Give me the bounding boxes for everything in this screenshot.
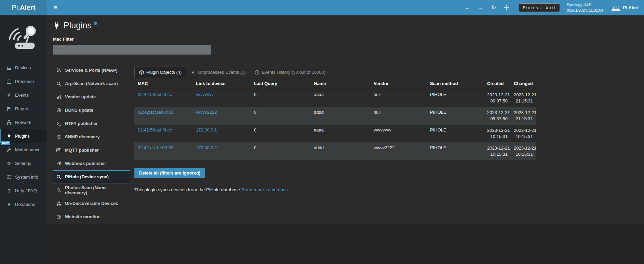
plugin-nav-label: SNMP discovery <box>65 134 100 139</box>
plugin-nav-arp-scan[interactable]: Arp-Scan (Network scan) <box>53 77 130 90</box>
table-header-row: MAC Link to device Last Query Name Vendo… <box>134 78 536 89</box>
forward-icon[interactable]: → <box>475 0 486 15</box>
column-header-vendor: Vendor <box>370 78 427 89</box>
sidebar-item-help-faq[interactable]: ? Help / FAQ <box>0 184 47 197</box>
sidebar-item-system-info[interactable]: System info <box>0 170 47 184</box>
header-right-cluster: ← → ↻ Process: Wait Synology-NAS (01/01/… <box>462 0 644 15</box>
plugin-description: This plugin syncs devices from the PiHol… <box>134 187 536 197</box>
device-link[interactable]: 172.30.0.2 <box>196 145 217 150</box>
docs-link[interactable]: Read more in the docs. <box>241 187 289 192</box>
back-icon[interactable]: ← <box>462 0 473 15</box>
search-icon <box>56 188 62 193</box>
mac-link[interactable]: 02:42:59:ad:fd:cc <box>138 127 172 133</box>
snmp-icon: S <box>56 134 62 139</box>
bar-chart-icon <box>56 95 62 99</box>
sidebar-item-events[interactable]: Events <box>0 88 47 102</box>
search-icon <box>56 175 62 179</box>
plugin-nav-snmp-discovery[interactable]: S SNMP discovery <box>53 130 130 143</box>
plugin-nav-label: MQTT publisher <box>65 148 99 153</box>
plugin-nav-label: NTFY publisher <box>65 121 98 126</box>
scan-method-cell: PIHOLE <box>427 89 484 107</box>
plugin-nav-ddns-update[interactable]: DDNS update <box>53 103 130 117</box>
tab-unprocessed-events[interactable]: Unprocessed Events (0) <box>186 67 250 78</box>
page-title: Plugins <box>64 20 92 30</box>
mac-filter-label: Mac Filter <box>53 37 638 42</box>
plugin-nav-undiscoverable-devices[interactable]: Un-Discoverable Devices <box>53 197 130 210</box>
binoculars-icon <box>56 201 62 206</box>
changed-cell: 2023-12-2121:15:31 <box>510 89 536 107</box>
plugin-nav-pihole[interactable]: PiHole (Device sync) <box>53 170 130 183</box>
column-header-link: Link to device <box>192 78 251 89</box>
tab-label: Events History (50 out of 10000) <box>262 70 325 75</box>
column-header-name: Name <box>310 78 370 89</box>
plug-icon <box>6 134 12 139</box>
tab-bar: Plugin Objects (4) Unprocessed Events (0… <box>134 67 536 78</box>
last-query-cell: 0 <box>251 142 310 160</box>
plugin-nav-nmap[interactable]: Services & Ports (NMAP) <box>53 64 130 77</box>
sidebar-item-maintenance[interactable]: NEW Maintenance <box>0 143 47 156</box>
plugin-nav-mqtt-publisher[interactable]: M MQTT publisher <box>53 143 130 157</box>
sidebar-item-devices[interactable]: Devices <box>0 61 47 74</box>
device-link[interactable]: vvvvvvvv <box>196 92 214 97</box>
sidebar-item-label: Report <box>15 106 28 111</box>
table-row: 02:42:59:ad:fd:cc 172.30.0.1 0 aaaa vvvv… <box>134 125 536 142</box>
sidebar-item-label: Events <box>15 93 29 98</box>
name-cell: aaaa <box>310 125 370 142</box>
move-arrows-icon[interactable] <box>501 0 512 15</box>
mac-link[interactable]: 02:42:59:ad:fd:cc <box>138 92 172 97</box>
plugin-nav-webhook-publisher[interactable]: Webhook publisher <box>53 157 130 170</box>
delete-all-button[interactable]: Delete all (filters are ignored) <box>134 168 205 178</box>
plugin-nav-label: Website monitor <box>65 214 100 219</box>
vendor-cell: vvvvv2222 <box>370 142 427 160</box>
host-name: Synology-NAS <box>567 2 605 8</box>
column-header-mac: MAC <box>134 78 192 89</box>
router-icon <box>611 4 620 12</box>
table-row: 02:42:ac:1e:00:02 172.30.0.2 0 dddd vvvv… <box>134 142 536 160</box>
name-cell: aaaa <box>310 89 370 107</box>
column-header-last-query: Last Query <box>251 78 310 89</box>
help-badge[interactable] <box>94 22 97 25</box>
last-query-cell: 0 <box>251 107 310 125</box>
sidebar-item-network[interactable]: Network <box>0 115 47 129</box>
mac-filter-input[interactable] <box>53 45 211 55</box>
hamburger-menu-icon[interactable]: ≡ <box>47 0 64 15</box>
heart-icon: ♥ <box>6 202 12 207</box>
header-nav: ← → ↻ <box>462 0 512 15</box>
created-cell: 2023-12-2109:37:50 <box>484 89 510 107</box>
plugin-nav-pholus-scan[interactable]: Pholus-Scan (Name discovery) <box>53 183 130 197</box>
table-row: 02:42:59:ad:fd:cc vvvvvvvv 0 aaaa null P… <box>134 89 536 107</box>
plugin-nav-website-monitor[interactable]: Website monitor <box>53 210 130 223</box>
host-info: Synology-NAS (01/01/2024, 11:31:04) <box>567 2 605 13</box>
mqtt-icon: M <box>56 148 62 152</box>
scan-method-cell: PIHOLE <box>427 107 484 125</box>
page-header: Plugins <box>53 20 638 30</box>
device-link[interactable]: vvvvv2222 <box>196 110 217 115</box>
clock-icon <box>255 70 259 75</box>
sidebar-item-donations[interactable]: ♥ Donations <box>0 197 47 211</box>
brand-logo[interactable]: Pi.Alert <box>0 0 47 15</box>
wrench-icon <box>6 147 12 152</box>
plugin-nav-ntfy-publisher[interactable]: NTFY publisher <box>53 117 130 130</box>
sidebar-item-report[interactable]: Report <box>0 102 47 115</box>
mac-link[interactable]: 02:42:ac:1e:00:02 <box>138 110 173 115</box>
top-header: Pi.Alert ≡ ← → ↻ Process: Wait Synology-… <box>0 0 644 15</box>
plugin-nav-vendor-update[interactable]: Vendor update <box>53 90 130 103</box>
vendor-cell: null <box>370 107 427 125</box>
device-link[interactable]: 172.30.0.1 <box>196 127 217 133</box>
paper-plane-icon <box>56 161 62 166</box>
tab-events-history[interactable]: Events History (50 out of 10000) <box>250 67 330 78</box>
laptop-icon <box>6 65 12 70</box>
sidebar-item-settings[interactable]: ⚙ Settings <box>0 156 47 170</box>
mac-link[interactable]: 02:42:ac:1e:00:02 <box>138 145 173 150</box>
created-cell: 2023-12-2110:15:31 <box>484 142 510 160</box>
globe-icon <box>56 214 62 219</box>
main-content: Plugins Mac Filter Services & Ports (NMA… <box>47 15 644 264</box>
header-app-brand[interactable]: Pi.Alert <box>611 4 639 12</box>
last-query-cell: 0 <box>251 125 310 142</box>
plugin-nav-label: PiHole (Device sync) <box>65 174 109 179</box>
sidebar-item-presence[interactable]: Presence <box>0 74 47 88</box>
refresh-icon[interactable]: ↻ <box>488 0 499 15</box>
plugin-nav-label: Un-Discoverable Devices <box>65 201 118 206</box>
tab-plugin-objects[interactable]: Plugin Objects (4) <box>134 67 186 78</box>
plugin-nav-label: Arp-Scan (Network scan) <box>65 81 118 86</box>
